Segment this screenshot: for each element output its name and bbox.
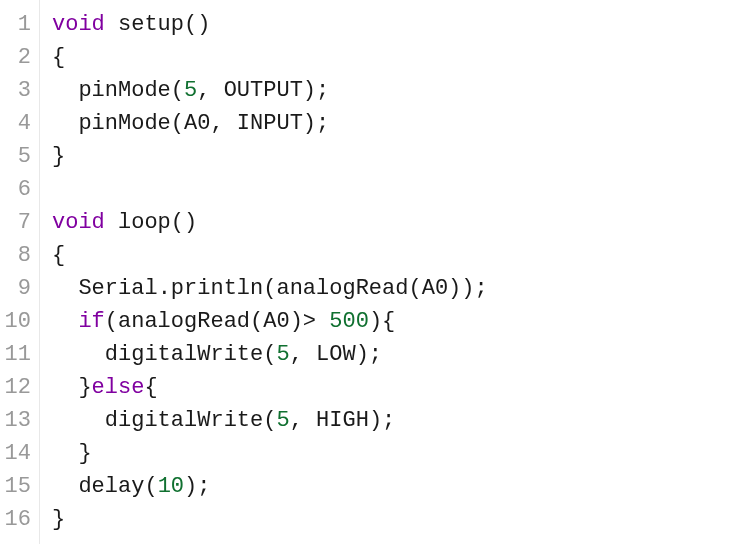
token-punct: } (52, 507, 65, 532)
code-line: { (52, 41, 732, 74)
code-line: void setup() (52, 8, 732, 41)
token-plain: A0 (263, 309, 289, 334)
token-punct: . (158, 276, 171, 301)
token-punct: { (52, 243, 65, 268)
line-number: 1 (4, 8, 31, 41)
token-num: 500 (329, 309, 369, 334)
token-punct: ( (144, 474, 157, 499)
line-number: 2 (4, 41, 31, 74)
token-kw-ctrl: if (78, 309, 104, 334)
token-fn: pinMode (78, 111, 170, 136)
token-fn: digitalWrite (105, 342, 263, 367)
token-punct: ); (184, 474, 210, 499)
token-kw-type: void (52, 210, 105, 235)
token-fn: analogRead (118, 309, 250, 334)
token-fn: loop (118, 210, 171, 235)
token-punct: ( (263, 276, 276, 301)
code-area: void setup(){ pinMode(5, OUTPUT); pinMod… (40, 0, 732, 544)
line-number: 8 (4, 239, 31, 272)
code-line: } (52, 140, 732, 173)
token-punct: , (210, 111, 236, 136)
token-punct: ( (171, 78, 184, 103)
token-fn: delay (78, 474, 144, 499)
line-number: 10 (4, 305, 31, 338)
code-line: void loop() (52, 206, 732, 239)
token-punct: ); (303, 78, 329, 103)
token-plain: A0 (422, 276, 448, 301)
token-punct: ( (105, 309, 118, 334)
line-number: 7 (4, 206, 31, 239)
line-number-gutter: 12345678910111213141516 (0, 0, 40, 544)
token-kw-type: void (52, 12, 105, 37)
code-line (52, 173, 732, 206)
token-punct: ( (408, 276, 421, 301)
line-number: 4 (4, 107, 31, 140)
line-number: 16 (4, 503, 31, 536)
token-punct: } (78, 375, 91, 400)
line-number: 9 (4, 272, 31, 305)
token-punct: ); (303, 111, 329, 136)
code-line: pinMode(5, OUTPUT); (52, 74, 732, 107)
token-num: 5 (276, 342, 289, 367)
token-punct: } (52, 144, 65, 169)
token-fn: analogRead (276, 276, 408, 301)
line-number: 6 (4, 173, 31, 206)
token-punct: () (184, 12, 210, 37)
code-line: digitalWrite(5, LOW); (52, 338, 732, 371)
token-punct: { (52, 45, 65, 70)
token-punct: ( (263, 342, 276, 367)
token-punct: ( (263, 408, 276, 433)
code-line: } (52, 503, 732, 536)
line-number: 5 (4, 140, 31, 173)
token-punct: ){ (369, 309, 395, 334)
token-plain: OUTPUT (224, 78, 303, 103)
token-plain: A0 (184, 111, 210, 136)
code-line: pinMode(A0, INPUT); (52, 107, 732, 140)
token-num: 5 (184, 78, 197, 103)
token-punct: , (290, 408, 316, 433)
token-num: 10 (158, 474, 184, 499)
code-line: } (52, 437, 732, 470)
token-fn: digitalWrite (105, 408, 263, 433)
token-punct: )); (448, 276, 488, 301)
token-punct: () (171, 210, 197, 235)
token-punct: ( (171, 111, 184, 136)
token-plain (105, 210, 118, 235)
token-plain (105, 12, 118, 37)
token-punct: ); (356, 342, 382, 367)
token-punct: { (144, 375, 157, 400)
code-line: if(analogRead(A0)> 500){ (52, 305, 732, 338)
token-punct: } (78, 441, 91, 466)
code-line: }else{ (52, 371, 732, 404)
token-num: 5 (276, 408, 289, 433)
token-kw-ctrl: else (92, 375, 145, 400)
token-plain: HIGH (316, 408, 369, 433)
code-line: digitalWrite(5, HIGH); (52, 404, 732, 437)
token-plain: LOW (316, 342, 356, 367)
token-fn: pinMode (78, 78, 170, 103)
line-number: 15 (4, 470, 31, 503)
token-plain: INPUT (237, 111, 303, 136)
token-fn: setup (118, 12, 184, 37)
token-fn: println (171, 276, 263, 301)
token-punct: ); (369, 408, 395, 433)
line-number: 3 (4, 74, 31, 107)
code-line: Serial.println(analogRead(A0)); (52, 272, 732, 305)
code-line: delay(10); (52, 470, 732, 503)
token-plain: Serial (78, 276, 157, 301)
line-number: 11 (4, 338, 31, 371)
line-number: 12 (4, 371, 31, 404)
line-number: 14 (4, 437, 31, 470)
token-punct: ( (250, 309, 263, 334)
line-number: 13 (4, 404, 31, 437)
token-punct: , (290, 342, 316, 367)
token-punct: )> (290, 309, 330, 334)
token-punct: , (197, 78, 223, 103)
code-line: { (52, 239, 732, 272)
